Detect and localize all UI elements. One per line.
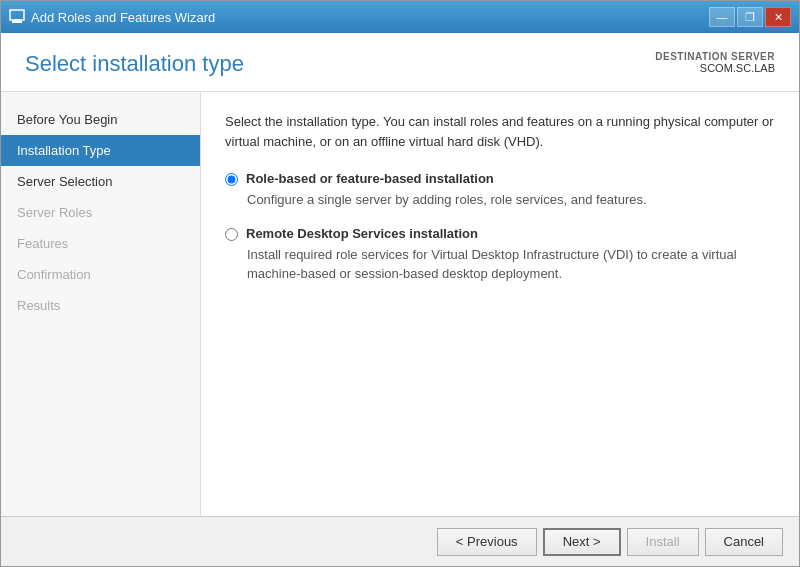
cancel-button[interactable]: Cancel <box>705 528 783 556</box>
content-description: Select the installation type. You can in… <box>225 112 775 151</box>
option-remote-desktop-title: Remote Desktop Services installation <box>246 226 478 241</box>
minimize-button[interactable]: — <box>709 7 735 27</box>
svg-rect-0 <box>10 10 24 20</box>
window-title: Add Roles and Features Wizard <box>31 10 215 25</box>
option-role-based-desc: Configure a single server by adding role… <box>247 190 775 210</box>
content-panel: Select the installation type. You can in… <box>201 92 799 516</box>
window-controls: — ❐ ✕ <box>709 7 791 27</box>
sidebar-item-before-you-begin[interactable]: Before You Begin <box>1 104 200 135</box>
sidebar-item-server-selection[interactable]: Server Selection <box>1 166 200 197</box>
option-remote-desktop: Remote Desktop Services installation Ins… <box>225 226 775 284</box>
footer: < Previous Next > Install Cancel <box>1 516 799 566</box>
sidebar-item-results: Results <box>1 290 200 321</box>
sidebar: Before You Begin Installation Type Serve… <box>1 92 201 516</box>
wizard-window: Add Roles and Features Wizard — ❐ ✕ Sele… <box>0 0 800 567</box>
option-remote-desktop-label[interactable]: Remote Desktop Services installation <box>225 226 775 241</box>
install-button[interactable]: Install <box>627 528 699 556</box>
option-role-based: Role-based or feature-based installation… <box>225 171 775 210</box>
restore-button[interactable]: ❐ <box>737 7 763 27</box>
sidebar-item-installation-type[interactable]: Installation Type <box>1 135 200 166</box>
sidebar-item-server-roles: Server Roles <box>1 197 200 228</box>
option-role-based-title: Role-based or feature-based installation <box>246 171 494 186</box>
title-bar: Add Roles and Features Wizard — ❐ ✕ <box>1 1 799 33</box>
svg-rect-1 <box>12 21 22 23</box>
wizard-icon <box>9 9 25 25</box>
destination-server-label: DESTINATION SERVER <box>655 51 775 62</box>
close-button[interactable]: ✕ <box>765 7 791 27</box>
main-content: Select installation type DESTINATION SER… <box>1 33 799 566</box>
title-bar-left: Add Roles and Features Wizard <box>9 9 215 25</box>
previous-button[interactable]: < Previous <box>437 528 537 556</box>
destination-server-value: SCOM.SC.LAB <box>655 62 775 74</box>
next-button[interactable]: Next > <box>543 528 621 556</box>
body-area: Before You Begin Installation Type Serve… <box>1 92 799 516</box>
radio-role-based[interactable] <box>225 173 238 186</box>
page-title: Select installation type <box>25 51 244 77</box>
sidebar-item-confirmation: Confirmation <box>1 259 200 290</box>
option-role-based-label[interactable]: Role-based or feature-based installation <box>225 171 775 186</box>
option-remote-desktop-desc: Install required role services for Virtu… <box>247 245 775 284</box>
sidebar-item-features: Features <box>1 228 200 259</box>
page-header: Select installation type DESTINATION SER… <box>1 33 799 92</box>
radio-remote-desktop[interactable] <box>225 228 238 241</box>
destination-server-info: DESTINATION SERVER SCOM.SC.LAB <box>655 51 775 74</box>
